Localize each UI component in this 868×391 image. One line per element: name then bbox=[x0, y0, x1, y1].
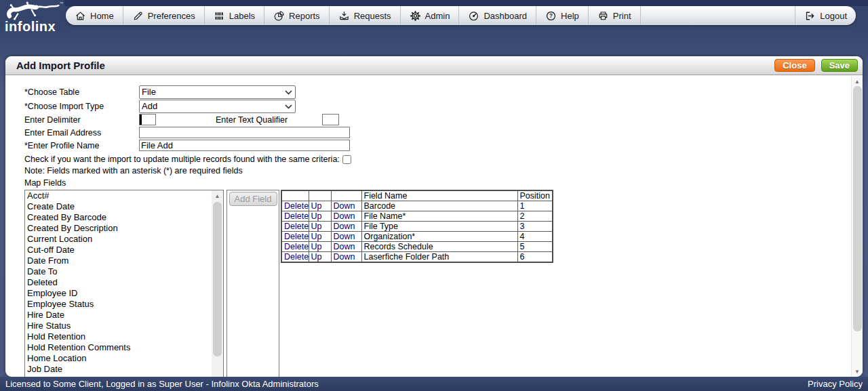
dashboard-icon bbox=[468, 10, 479, 22]
nav-item-admin[interactable]: Admin bbox=[401, 6, 460, 25]
nav-item-requests[interactable]: Requests bbox=[330, 6, 401, 25]
delete-link[interactable]: Delete bbox=[284, 201, 309, 211]
available-field-option[interactable]: Cut-off Date bbox=[25, 245, 212, 255]
email-label: Enter Email Address bbox=[24, 128, 139, 138]
form-content: *Choose Table File *Choose Import Type A… bbox=[5, 76, 851, 377]
labels-icon bbox=[214, 10, 225, 22]
text-qualifier-label: Enter Text Qualifier bbox=[216, 115, 294, 125]
down-link[interactable]: Down bbox=[334, 211, 355, 221]
delete-link[interactable]: Delete bbox=[284, 242, 309, 251]
text-qualifier-input[interactable] bbox=[322, 114, 339, 125]
admin-icon bbox=[410, 10, 421, 22]
empty-header-cell bbox=[281, 190, 309, 201]
close-button[interactable]: Close bbox=[774, 59, 814, 72]
update-multiple-row: Check if you want the import to update m… bbox=[24, 153, 851, 165]
profile-name-input[interactable] bbox=[139, 140, 350, 151]
panel-scrollbar-thumb[interactable] bbox=[853, 86, 862, 331]
available-field-option[interactable]: Home Location bbox=[25, 353, 212, 364]
listbox-scrollbar[interactable]: ▲ bbox=[212, 190, 223, 377]
available-field-option[interactable]: Hold Retention bbox=[25, 331, 212, 342]
available-field-option[interactable]: Create Date bbox=[25, 201, 212, 212]
up-link[interactable]: Up bbox=[311, 201, 322, 211]
logout-label: Logout bbox=[820, 11, 847, 21]
nav-item-dashboard[interactable]: Dashboard bbox=[459, 6, 536, 25]
available-field-option[interactable]: Date To bbox=[25, 266, 212, 277]
required-note: Note: Fields marked with an asterisk (*)… bbox=[24, 165, 851, 176]
delimiter-input[interactable] bbox=[139, 114, 156, 125]
up-link[interactable]: Up bbox=[311, 222, 322, 231]
down-link[interactable]: Down bbox=[334, 242, 355, 251]
choose-import-type-select[interactable]: Add bbox=[139, 100, 296, 113]
infolinx-logo: ™ infolinx bbox=[5, 1, 64, 35]
mapped-field-row: Delete Up Down Laserfiche Folder Path 6 bbox=[281, 252, 553, 263]
available-field-option[interactable]: Hold Retention Comments bbox=[25, 342, 212, 353]
nav-item-print[interactable]: Print bbox=[589, 6, 641, 25]
up-link[interactable]: Up bbox=[311, 232, 322, 241]
delete-link[interactable]: Delete bbox=[284, 252, 309, 262]
page-title: Add Import Profile bbox=[16, 60, 105, 71]
down-link[interactable]: Down bbox=[334, 232, 355, 241]
position-cell: 3 bbox=[517, 222, 553, 232]
scroll-up-icon[interactable]: ▲ bbox=[212, 190, 223, 201]
field-name-column-header: Field Name bbox=[361, 190, 517, 201]
up-link[interactable]: Up bbox=[311, 211, 322, 221]
requests-icon bbox=[338, 10, 350, 22]
svg-text:™: ™ bbox=[60, 1, 63, 5]
delete-link[interactable]: Delete bbox=[284, 232, 309, 241]
panel-scrollbar[interactable]: ▲ ▼ bbox=[851, 76, 863, 377]
nav-item-labels[interactable]: Labels bbox=[205, 6, 264, 25]
available-field-option[interactable]: Acct# bbox=[25, 190, 212, 201]
nav-item-help[interactable]: ? Help bbox=[536, 6, 589, 25]
listbox-scrollbar-thumb[interactable] bbox=[213, 202, 222, 356]
available-field-option[interactable]: Current Location bbox=[25, 234, 212, 245]
down-link[interactable]: Down bbox=[334, 201, 355, 211]
delimiter-label: Enter Delimiter bbox=[24, 115, 139, 125]
available-field-option[interactable]: Created By Description bbox=[25, 223, 212, 234]
available-field-option[interactable]: Employee ID bbox=[25, 288, 212, 299]
add-field-column: Add Field bbox=[226, 190, 279, 377]
position-cell: 5 bbox=[517, 242, 553, 252]
down-link[interactable]: Down bbox=[334, 222, 355, 231]
field-name-cell: File Type bbox=[361, 222, 517, 232]
choose-import-type-label: *Choose Import Type bbox=[24, 102, 139, 111]
scroll-down-icon[interactable]: ▼ bbox=[852, 366, 863, 377]
nav-item-preferences[interactable]: Preferences bbox=[123, 6, 205, 25]
available-field-option[interactable]: Employee Status bbox=[25, 299, 212, 310]
delete-link[interactable]: Delete bbox=[284, 211, 309, 221]
profile-name-label: *Enter Profile Name bbox=[24, 141, 139, 150]
down-link[interactable]: Down bbox=[334, 252, 355, 262]
update-multiple-checkbox[interactable] bbox=[342, 155, 351, 164]
available-field-option[interactable]: Created By Barcode bbox=[25, 212, 212, 223]
mapped-fields-table: Field Name Position Delete Up Down Barco… bbox=[281, 190, 553, 263]
add-field-button[interactable]: Add Field bbox=[229, 192, 277, 206]
available-fields-listbox[interactable]: Acct# Create Date Created By Barcode Cre… bbox=[24, 190, 224, 377]
privacy-policy-link[interactable]: Privacy Policy bbox=[808, 379, 863, 389]
choose-table-row: *Choose Table File bbox=[24, 85, 851, 99]
available-field-option[interactable]: Date From bbox=[25, 255, 212, 266]
up-link[interactable]: Up bbox=[311, 252, 322, 262]
available-field-option[interactable]: Hire Status bbox=[25, 321, 212, 331]
map-fields-label: Map Fields bbox=[24, 178, 851, 188]
delete-link[interactable]: Delete bbox=[284, 222, 309, 231]
available-field-option[interactable]: Hire Date bbox=[25, 310, 212, 321]
position-cell: 1 bbox=[517, 201, 553, 211]
print-icon bbox=[597, 10, 609, 22]
available-field-option[interactable]: Deleted bbox=[25, 277, 212, 288]
main-nav: Home Preferences Labels Reports Requests bbox=[66, 6, 856, 25]
empty-header-cell bbox=[309, 190, 331, 201]
up-link[interactable]: Up bbox=[311, 242, 322, 251]
scroll-up-icon[interactable]: ▲ bbox=[852, 76, 863, 87]
nav-item-home[interactable]: Home bbox=[66, 6, 123, 25]
email-input[interactable] bbox=[139, 127, 350, 138]
available-field-option[interactable]: Job Date bbox=[25, 364, 212, 375]
status-bar: Licensed to Some Client, Logged in as Su… bbox=[0, 377, 868, 391]
choose-table-select[interactable]: File bbox=[139, 85, 296, 99]
panel-header: Add Import Profile Close Save bbox=[5, 56, 863, 75]
license-text: Licensed to Some Client, Logged in as Su… bbox=[5, 379, 319, 389]
nav-item-label: Home bbox=[90, 11, 114, 21]
logout-button[interactable]: Logout bbox=[795, 6, 856, 25]
logout-icon bbox=[804, 10, 816, 22]
save-button[interactable]: Save bbox=[821, 59, 858, 72]
nav-item-reports[interactable]: Reports bbox=[264, 6, 330, 25]
nav-item-label: Admin bbox=[425, 11, 450, 21]
